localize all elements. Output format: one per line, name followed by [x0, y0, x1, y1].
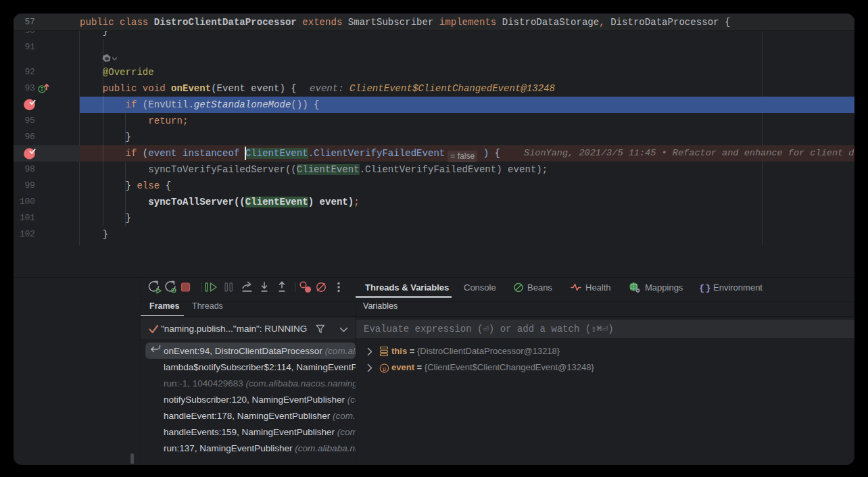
svg-text:p: p [383, 365, 386, 372]
svg-text:{}: {} [699, 283, 712, 293]
